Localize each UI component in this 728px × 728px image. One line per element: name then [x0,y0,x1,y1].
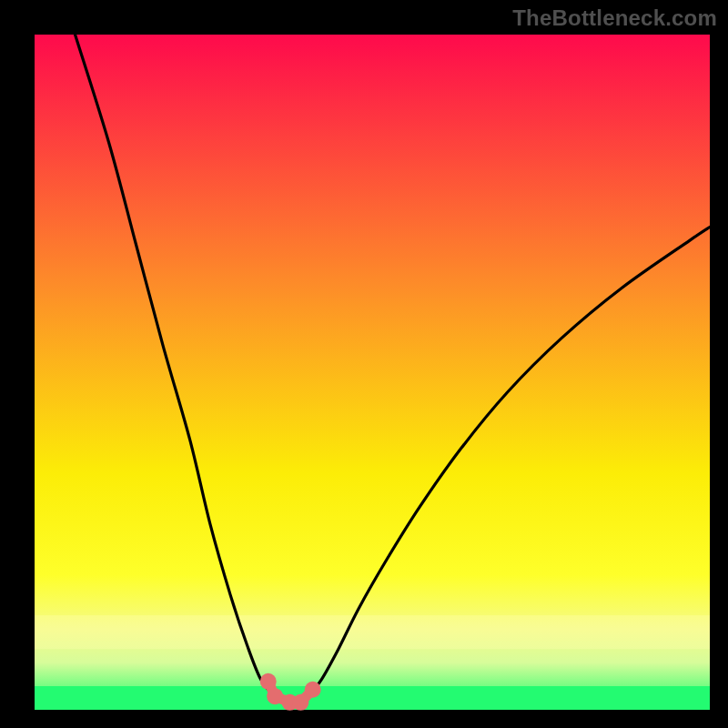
chart-frame: TheBottleneck.com [0,0,728,728]
marker-dot [305,682,321,698]
marker-dot [292,694,308,711]
plot-background [35,35,710,710]
highlight-band [35,615,710,649]
chart-canvas [0,0,728,728]
marker-dot [267,688,283,704]
marker-dot [260,673,277,690]
green-baseline-band [35,686,710,710]
